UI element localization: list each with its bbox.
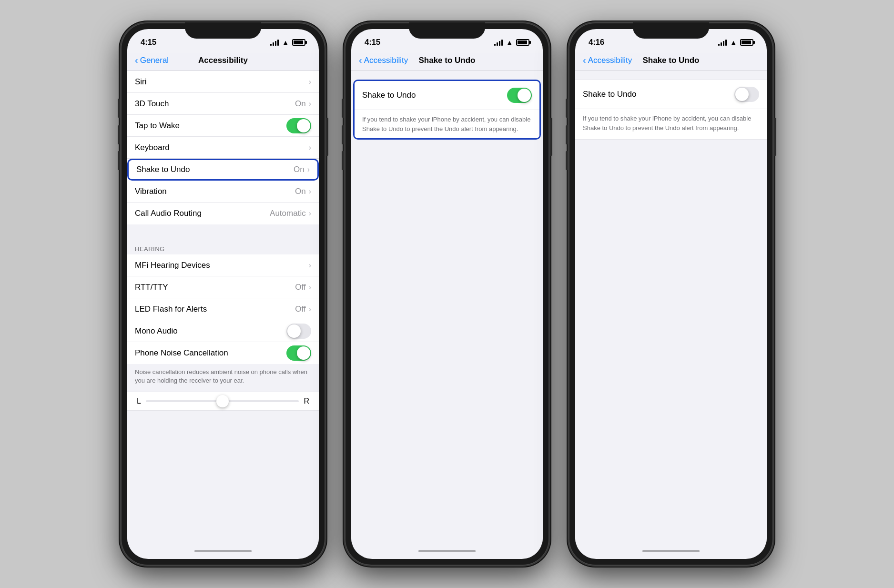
stu-content-3: Shake to Undo If you tend to shake your … [575,71,767,148]
keyboard-row[interactable]: Keyboard › [127,137,319,159]
rtt-chevron: › [309,283,311,292]
nav-bar-1: ‹ General Accessibility [127,53,319,71]
mono-audio-row[interactable]: Mono Audio [127,320,319,342]
back-label-2[interactable]: Accessibility [364,56,408,65]
led-flash-row[interactable]: LED Flash for Alerts Off › [127,298,319,320]
home-bar-3 [642,550,700,552]
stu-toggle-thumb-2 [518,89,531,102]
stu-content-2: Shake to Undo If you tend to shake your … [351,71,543,148]
shake-to-undo-value: On [294,165,305,174]
mono-toggle-thumb [287,324,301,338]
home-indicator-2 [351,543,543,559]
stu-desc-3: If you tend to shake your iPhone by acci… [575,109,767,140]
noise-cancel-label: Phone Noise Cancellation [135,348,286,358]
shake-to-undo-row[interactable]: Shake to Undo On › [127,159,319,181]
siri-chevron: › [309,78,311,86]
mono-audio-label: Mono Audio [135,326,286,336]
status-icons-1: ▲ [270,39,305,46]
vibration-label: Vibration [135,187,295,196]
mfi-chevron: › [309,261,311,270]
back-label-3[interactable]: Accessibility [588,56,632,65]
hearing-header: HEARING [127,242,319,254]
back-button-1[interactable]: ‹ General [135,55,169,66]
keyboard-chevron: › [309,143,311,152]
stu-desc-2: If you tend to shake your iPhone by acci… [355,110,539,138]
siri-row[interactable]: Siri › [127,71,319,93]
tap-to-wake-label: Tap to Wake [135,121,286,131]
noise-toggle-thumb [297,346,310,360]
call-audio-chevron: › [309,209,311,218]
main-settings-group: Siri › 3D Touch On › Tap to Wake Keyboar… [127,71,319,224]
3d-touch-chevron: › [309,100,311,108]
noise-cancel-row[interactable]: Phone Noise Cancellation [127,342,319,364]
battery-icon-3 [740,39,753,46]
back-chevron-2: ‹ [359,55,362,66]
status-time-1: 4:15 [141,38,156,47]
stu-toggle-thumb-3 [735,88,749,101]
mfi-label: MFi Hearing Devices [135,261,309,270]
back-chevron-1: ‹ [135,55,138,66]
signal-icon-2 [494,39,503,46]
nav-title-1: Accessibility [198,56,248,65]
balance-thumb[interactable] [216,395,229,407]
hearing-settings-group: MFi Hearing Devices › RTT/TTY Off › LED … [127,254,319,364]
back-button-3[interactable]: ‹ Accessibility [583,55,632,66]
rtt-row[interactable]: RTT/TTY Off › [127,276,319,298]
content-2[interactable]: Shake to Undo If you tend to shake your … [351,71,543,543]
stu-row-2[interactable]: Shake to Undo [355,81,539,110]
phone-2: 4:15 ▲ ‹ Accessibility Shake to Und [345,22,549,566]
3d-touch-label: 3D Touch [135,99,295,109]
mfi-hearing-row[interactable]: MFi Hearing Devices › [127,254,319,276]
home-bar-2 [418,550,476,552]
battery-icon-1 [292,39,305,46]
vibration-value: On [295,187,306,196]
nav-title-3: Shake to Undo [642,56,699,65]
3d-touch-row[interactable]: 3D Touch On › [127,93,319,115]
call-audio-value: Automatic [270,209,306,218]
content-1[interactable]: Siri › 3D Touch On › Tap to Wake Keyboar… [127,71,319,543]
balance-right: R [304,397,309,406]
stu-row-3[interactable]: Shake to Undo [575,80,767,109]
back-chevron-3: ‹ [583,55,586,66]
mono-audio-toggle[interactable] [286,324,311,339]
call-audio-row[interactable]: Call Audio Routing Automatic › [127,203,319,224]
nav-bar-3: ‹ Accessibility Shake to Undo [575,53,767,71]
back-button-2[interactable]: ‹ Accessibility [359,55,408,66]
vibration-chevron: › [309,187,311,196]
home-bar-1 [194,550,252,552]
home-indicator-1 [127,543,319,559]
shake-to-undo-normal-box: Shake to Undo If you tend to shake your … [575,80,767,140]
wifi-icon-3: ▲ [730,39,737,46]
status-icons-3: ▲ [718,39,753,46]
led-flash-chevron: › [309,305,311,314]
led-flash-value: Off [295,304,305,314]
back-label-1[interactable]: General [140,56,169,65]
notch-2 [409,22,485,39]
led-flash-label: LED Flash for Alerts [135,304,295,314]
status-icons-2: ▲ [494,39,529,46]
keyboard-label: Keyboard [135,143,309,152]
toggle-thumb [297,119,310,132]
tap-to-wake-row[interactable]: Tap to Wake [127,115,319,137]
home-indicator-3 [575,543,767,559]
screen-2: 4:15 ▲ ‹ Accessibility Shake to Und [351,29,543,559]
nav-title-2: Shake to Undo [418,56,475,65]
stu-toggle-2[interactable] [507,88,532,103]
noise-cancel-toggle[interactable] [286,345,311,361]
balance-slider[interactable] [146,400,299,402]
stu-toggle-3[interactable] [734,87,759,102]
rtt-value: Off [295,283,305,292]
shake-to-undo-highlighted-box: Shake to Undo If you tend to shake your … [353,80,541,140]
shake-to-undo-label: Shake to Undo [136,165,294,174]
screen-3: 4:16 ▲ ‹ Accessibility Shake to Und [575,29,767,559]
tap-to-wake-toggle[interactable] [286,118,311,133]
noise-cancel-note: Noise cancellation reduces ambient noise… [127,364,319,392]
notch-3 [633,22,709,39]
siri-label: Siri [135,77,309,87]
balance-row[interactable]: L R [127,392,319,411]
balance-left: L [137,397,141,406]
phone-3: 4:16 ▲ ‹ Accessibility Shake to Und [569,22,773,566]
vibration-row[interactable]: Vibration On › [127,181,319,203]
stu-row-label-2: Shake to Undo [362,91,507,100]
content-3[interactable]: Shake to Undo If you tend to shake your … [575,71,767,543]
